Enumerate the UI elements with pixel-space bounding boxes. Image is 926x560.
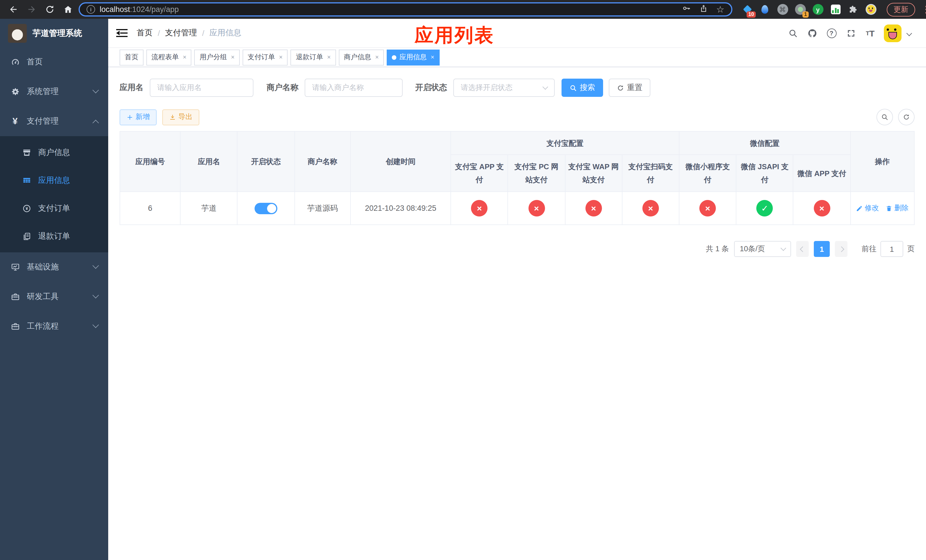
font-size-icon[interactable]: TT [864, 27, 876, 39]
logo-image [8, 24, 27, 42]
reload-icon[interactable] [42, 2, 57, 17]
sidebar-item-merchant-info[interactable]: 商户信息 [0, 138, 108, 166]
breadcrumb-current: 应用信息 [210, 28, 242, 38]
status-check-icon: ✓ [757, 200, 773, 216]
pay-circle-icon: ¥ [22, 204, 31, 213]
browser-menu-icon[interactable] [923, 5, 926, 14]
header-search-icon[interactable] [787, 27, 799, 39]
back-icon[interactable] [6, 2, 21, 17]
github-icon[interactable] [806, 27, 818, 39]
cell-created: 2021-10-23 08:49:25 [351, 192, 451, 225]
sidebar-item-infrastructure[interactable]: 基础设施 [0, 252, 108, 282]
forward-icon[interactable] [24, 2, 39, 17]
page-size-select[interactable]: 10条/页 [734, 241, 791, 257]
col-header-alipay-qr: 支付宝扫码支付 [622, 155, 679, 192]
toolbox-icon [10, 322, 20, 331]
cell-app-name: 芋道 [180, 192, 237, 225]
browser-update-button[interactable]: 更新 [887, 3, 915, 16]
delete-link[interactable]: 删除 [886, 203, 909, 213]
export-button[interactable]: 导出 [162, 109, 199, 125]
sidebar-item-app-info[interactable]: 应用信息 [0, 166, 108, 194]
bookmark-star-icon[interactable]: ☆ [716, 5, 725, 14]
site-info-icon[interactable]: i [86, 5, 95, 14]
recorder-extension-icon[interactable]: 1 [794, 4, 806, 15]
chevron-right-icon [838, 246, 844, 252]
tab-merchant-info[interactable]: 商户信息× [339, 49, 384, 65]
tab-refund-orders[interactable]: 退款订单× [291, 49, 336, 65]
sidebar-item-home[interactable]: 首页 [0, 47, 108, 77]
home-icon[interactable] [61, 2, 75, 17]
page-number-1[interactable]: 1 [814, 241, 830, 257]
app-logo[interactable]: 芋道管理系统 [0, 19, 108, 47]
browser-profile-avatar[interactable] [865, 4, 876, 15]
tab-pay-orders[interactable]: 支付订单× [243, 49, 288, 65]
merchant-name-label: 商户名称 [266, 83, 298, 93]
green-y-extension-icon[interactable]: y [812, 4, 823, 15]
sidebar-item-label: 系统管理 [27, 86, 59, 97]
tab-process-form[interactable]: 流程表单× [146, 49, 192, 65]
toggle-search-button[interactable] [876, 109, 893, 125]
close-icon[interactable]: × [375, 54, 379, 61]
share-icon[interactable] [699, 4, 708, 15]
password-key-icon[interactable] [682, 4, 690, 15]
close-icon[interactable]: × [183, 54, 186, 61]
tab-home[interactable]: 首页 [120, 49, 144, 65]
url-text: localhost:1024/pay/app [100, 5, 179, 14]
status-select[interactable]: 请选择开启状态 [453, 79, 555, 97]
reset-button[interactable]: 重置 [609, 79, 651, 97]
command-extension-icon[interactable]: ⌘ [777, 4, 788, 15]
col-header-wechat-mini: 微信小程序支付 [679, 155, 736, 192]
gear-icon [10, 87, 20, 96]
close-icon[interactable]: × [279, 54, 283, 61]
status-x-icon: × [699, 200, 716, 216]
status-cell: × [451, 192, 508, 225]
user-avatar[interactable] [884, 24, 902, 42]
table-row: 6 芋道 芋道源码 2021-10-23 08:49:25 × × × × × … [120, 192, 914, 225]
col-header-wechat-jsapi: 微信 JSAPI 支付 [736, 155, 793, 192]
sidebar-item-payment[interactable]: ¥ 支付管理 [0, 106, 108, 136]
status-x-icon: × [585, 200, 602, 216]
prev-page-button[interactable] [796, 241, 809, 257]
refresh-button[interactable] [898, 109, 915, 125]
breadcrumb-home[interactable]: 首页 [137, 28, 153, 38]
chart-extension-icon[interactable] [830, 4, 841, 15]
breadcrumb-payment[interactable]: 支付管理 [165, 28, 197, 38]
sidebar-item-system[interactable]: 系统管理 [0, 77, 108, 106]
help-icon[interactable]: ? [826, 27, 837, 39]
close-icon[interactable]: × [231, 54, 235, 61]
tab-user-group[interactable]: 用户分组× [195, 49, 240, 65]
filter-form: 应用名 请输入应用名 商户名称 请输入商户名称 开启状态 请选择开启状态 搜索 … [120, 79, 915, 97]
sidebar-item-pay-orders[interactable]: ¥ 支付订单 [0, 194, 108, 222]
sidebar-fold-icon[interactable] [116, 29, 127, 38]
avatar-caret-icon[interactable] [906, 30, 912, 36]
add-button[interactable]: 新增 [120, 109, 157, 125]
chevron-left-icon [800, 246, 805, 252]
fullscreen-icon[interactable] [845, 27, 856, 39]
extensions-puzzle-icon[interactable] [847, 4, 859, 15]
status-cell: × [622, 192, 679, 225]
table-toolbar: 新增 导出 [120, 109, 915, 125]
goto-page-input[interactable] [881, 241, 903, 257]
edit-link[interactable]: 修改 [856, 203, 879, 213]
sidebar-item-refund-orders[interactable]: 退款订单 [0, 222, 108, 250]
devtools-extension-icon[interactable]: 10 [741, 4, 753, 15]
url-bar[interactable]: i localhost:1024/pay/app ☆ [79, 2, 732, 17]
sidebar-item-workflow[interactable]: 工作流程 [0, 312, 108, 341]
app-table: 应用编号 应用名 开启状态 商户名称 创建时间 支付宝配置 微信配置 操作 支付… [120, 131, 915, 225]
close-icon[interactable]: × [431, 54, 434, 61]
status-x-icon: × [814, 200, 830, 216]
close-icon[interactable]: × [327, 54, 331, 61]
sidebar-item-dev-tools[interactable]: 研发工具 [0, 282, 108, 312]
group-header-wechat: 微信配置 [679, 131, 850, 155]
balloon-extension-icon[interactable] [759, 4, 770, 15]
toolbox-icon [10, 292, 20, 301]
app-name-input[interactable]: 请输入应用名 [150, 79, 253, 97]
enabled-toggle[interactable] [254, 203, 277, 214]
sidebar-item-label: 首页 [27, 57, 43, 67]
dashboard-icon [10, 58, 20, 67]
next-page-button[interactable] [835, 241, 847, 257]
search-button[interactable]: 搜索 [561, 79, 603, 97]
tab-app-info[interactable]: 应用信息× [387, 49, 439, 65]
merchant-name-input[interactable]: 请输入商户名称 [305, 79, 402, 97]
col-header-alipay-wap: 支付宝 WAP 网站支付 [565, 155, 622, 192]
